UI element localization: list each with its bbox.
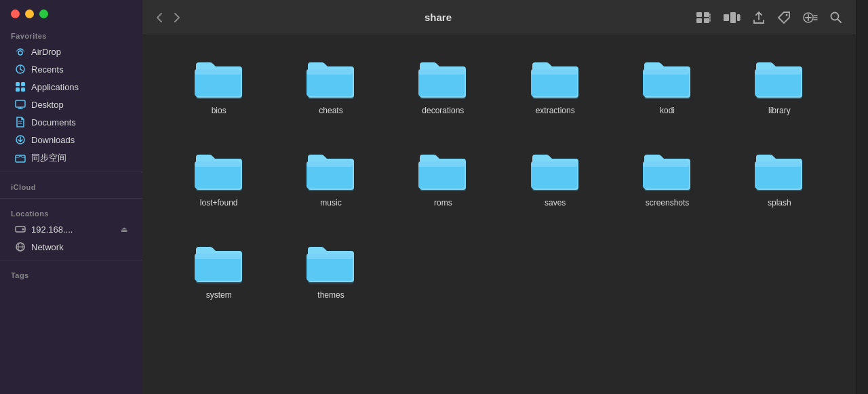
folder-item-cheats[interactable]: cheats xyxy=(275,49,387,121)
sidebar-item-documents[interactable]: Documents xyxy=(4,113,138,131)
toolbar-actions xyxy=(692,8,846,27)
desktop-icon xyxy=(15,99,26,110)
documents-icon xyxy=(15,117,26,127)
traffic-lights xyxy=(0,0,142,25)
folder-item-extractions[interactable]: extractions xyxy=(499,49,611,121)
svg-rect-32 xyxy=(307,69,353,75)
svg-rect-46 xyxy=(418,161,465,167)
applications-icon xyxy=(15,81,26,92)
icloud-folder-icon xyxy=(15,153,26,163)
folder-icon-cheats xyxy=(304,54,358,100)
sidebar-item-network[interactable]: Network xyxy=(4,238,138,256)
folder-icon-kodi xyxy=(640,54,694,100)
folder-item-music[interactable]: music xyxy=(275,141,387,213)
folder-item-roms[interactable]: roms xyxy=(387,141,499,213)
folder-item-library[interactable]: library xyxy=(724,49,835,121)
folder-icon-music xyxy=(304,146,358,193)
forward-button[interactable] xyxy=(170,9,184,26)
folder-label-decorations: decorations xyxy=(422,106,464,115)
drive-icon xyxy=(15,224,26,235)
sidebar-item-network-drive[interactable]: 192.168.... ⏏ xyxy=(4,220,138,238)
svg-rect-42 xyxy=(195,161,241,167)
network-drive-label: 192.168.... xyxy=(31,224,73,235)
svg-rect-5 xyxy=(21,87,25,92)
applications-label: Applications xyxy=(31,82,79,92)
sidebar-divider-3 xyxy=(0,260,142,260)
view-icon-button[interactable] xyxy=(692,9,715,26)
sidebar-divider-1 xyxy=(0,172,142,172)
folder-icon-extractions xyxy=(528,54,583,100)
folder-icon-screenshots xyxy=(640,146,694,193)
icloud-label: iCloud xyxy=(0,176,142,194)
folder-label-roms: roms xyxy=(434,198,452,208)
folder-icon-system xyxy=(192,239,246,285)
svg-point-12 xyxy=(22,229,24,231)
folder-icon-lost+found xyxy=(192,146,246,193)
folder-item-decorations[interactable]: decorations xyxy=(387,49,499,121)
sidebar-item-airdrop[interactable]: AirDrop xyxy=(4,43,138,60)
svg-rect-19 xyxy=(704,18,709,23)
minimize-button[interactable] xyxy=(25,9,34,18)
search-button[interactable] xyxy=(826,9,846,26)
maximize-button[interactable] xyxy=(39,9,48,18)
file-grid: bios cheats decorations xyxy=(163,49,835,305)
right-panel xyxy=(856,0,868,394)
folder-item-splash[interactable]: splash xyxy=(724,141,835,213)
folder-label-splash: splash xyxy=(768,198,791,208)
folder-icon-splash xyxy=(752,146,806,193)
folder-item-themes[interactable]: themes xyxy=(275,233,387,305)
folder-icon-themes xyxy=(304,239,358,285)
back-button[interactable] xyxy=(152,9,167,26)
gallery-view-button[interactable] xyxy=(719,9,745,26)
sidebar-item-desktop[interactable]: Desktop xyxy=(4,96,138,113)
folder-label-lost+found: lost+found xyxy=(200,198,238,208)
svg-rect-4 xyxy=(16,87,20,92)
sidebar-item-downloads[interactable]: Downloads xyxy=(4,131,138,149)
more-button[interactable] xyxy=(799,9,822,26)
recents-label: Recents xyxy=(31,64,64,75)
folder-label-saves: saves xyxy=(545,198,566,208)
sidebar-item-icloud-sync[interactable]: 同步空间 xyxy=(4,149,138,168)
svg-rect-18 xyxy=(696,18,702,23)
svg-point-23 xyxy=(786,14,788,16)
nav-buttons xyxy=(152,9,184,26)
main-content: share xyxy=(142,0,856,394)
svg-line-28 xyxy=(837,19,841,22)
close-button[interactable] xyxy=(11,9,20,18)
folder-item-screenshots[interactable]: screenshots xyxy=(611,141,723,213)
svg-rect-6 xyxy=(16,100,25,107)
folder-item-kodi[interactable]: kodi xyxy=(611,49,723,121)
folder-label-music: music xyxy=(320,198,341,208)
folder-icon-library xyxy=(752,54,806,100)
downloads-label: Downloads xyxy=(31,135,75,145)
airdrop-label: AirDrop xyxy=(31,47,61,57)
tag-button[interactable] xyxy=(773,8,795,27)
icloud-sync-label: 同步空间 xyxy=(31,152,66,164)
folder-item-lost+found[interactable]: lost+found xyxy=(163,141,275,213)
sidebar-divider-2 xyxy=(0,198,142,199)
svg-rect-30 xyxy=(195,69,241,75)
folder-label-library: library xyxy=(768,106,791,115)
desktop-label: Desktop xyxy=(31,100,64,110)
sidebar-item-applications[interactable]: Applications xyxy=(4,78,138,96)
folder-icon-bios xyxy=(192,54,246,100)
share-button[interactable] xyxy=(749,8,769,27)
sidebar: Favorites AirDrop Recents xyxy=(0,0,142,394)
folder-item-system[interactable]: system xyxy=(163,233,275,305)
svg-rect-34 xyxy=(418,69,465,75)
folder-item-bios[interactable]: bios xyxy=(163,49,275,121)
favorites-label: Favorites xyxy=(0,25,142,43)
eject-icon[interactable]: ⏏ xyxy=(121,225,127,234)
downloads-icon xyxy=(15,134,26,145)
folder-item-saves[interactable]: saves xyxy=(499,141,611,213)
folder-icon-roms xyxy=(416,146,470,193)
folder-label-screenshots: screenshots xyxy=(646,198,690,208)
svg-point-0 xyxy=(18,51,22,55)
svg-rect-2 xyxy=(16,82,20,86)
svg-rect-50 xyxy=(643,161,689,167)
sidebar-item-recents[interactable]: Recents xyxy=(4,60,138,78)
documents-label: Documents xyxy=(31,117,76,127)
tags-label: Tags xyxy=(0,264,142,282)
svg-rect-48 xyxy=(531,161,577,167)
folder-label-system: system xyxy=(206,290,232,300)
